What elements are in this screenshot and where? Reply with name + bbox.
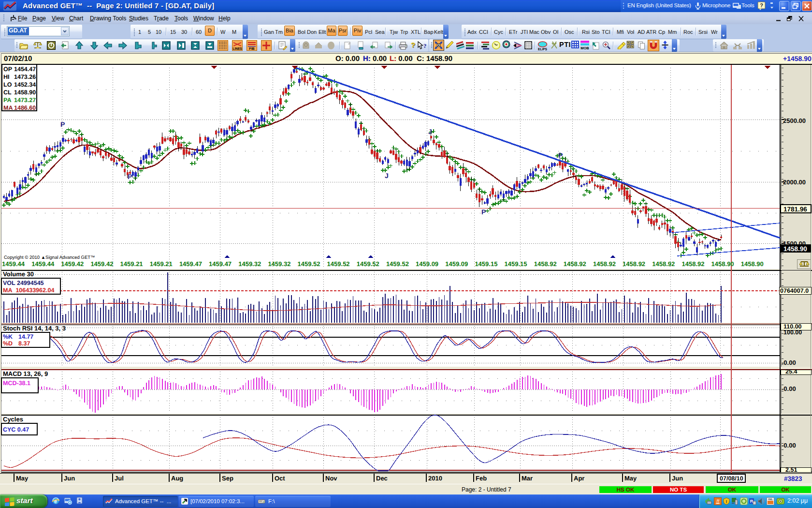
svg-text:07/08/10: 07/08/10 <box>720 475 743 482</box>
svg-text:Feb: Feb <box>476 475 487 482</box>
svg-text:1459.32: 1459.32 <box>238 260 261 268</box>
svg-text:1459.52: 1459.52 <box>327 260 350 268</box>
svg-text:1459.52: 1459.52 <box>298 260 320 268</box>
svg-text:ELiPS: ELiPS <box>538 47 547 51</box>
svg-text:LINES: LINES <box>232 47 242 50</box>
svg-text:MCD-38.1: MCD-38.1 <box>3 380 30 387</box>
svg-text:!: ! <box>726 499 727 504</box>
svg-text:2010: 2010 <box>428 475 442 482</box>
svg-text:1459.44: 1459.44 <box>2 260 25 268</box>
svg-text:1459.42: 1459.42 <box>90 260 113 268</box>
svg-text:1458.92: 1458.92 <box>652 260 675 268</box>
svg-text:P: P <box>481 208 486 216</box>
svg-text:1486.60: 1486.60 <box>14 105 36 111</box>
svg-text:%K: %K <box>3 333 13 340</box>
svg-text:-0.00: -0.00 <box>782 385 796 392</box>
svg-text:8.37: 8.37 <box>18 340 30 347</box>
svg-text:1459.15: 1459.15 <box>505 260 527 268</box>
svg-text:1459.21: 1459.21 <box>150 260 173 268</box>
svg-text:L:: L: <box>390 55 396 63</box>
svg-text:MOB: MOB <box>580 46 589 50</box>
svg-text:1459.47: 1459.47 <box>209 260 232 268</box>
svg-text:1459.42: 1459.42 <box>61 260 84 268</box>
svg-text:J: J <box>385 172 389 179</box>
svg-text:1459.52: 1459.52 <box>386 260 409 268</box>
svg-text:1459.47: 1459.47 <box>179 260 202 268</box>
svg-text:?: ? <box>760 2 763 8</box>
svg-text:Jun: Jun <box>64 475 75 482</box>
svg-text:1454.47: 1454.47 <box>14 66 36 73</box>
svg-text:Stoch RSI 14, 14, 3, 3: Stoch RSI 14, 14, 3, 3 <box>3 325 66 332</box>
svg-text:CYC 0.47: CYC 0.47 <box>3 426 29 433</box>
svg-text:1459.09: 1459.09 <box>445 260 468 268</box>
svg-text:P: P <box>558 151 563 159</box>
svg-text:XML: XML <box>768 498 773 501</box>
svg-text:1781.96: 1781.96 <box>783 206 807 213</box>
svg-text:MA: MA <box>3 105 13 111</box>
svg-text:1458.90: 1458.90 <box>741 260 764 268</box>
svg-text:-0.00: -0.00 <box>782 359 796 366</box>
svg-text:Apr: Apr <box>574 475 584 482</box>
svg-text:Sep: Sep <box>222 475 233 482</box>
svg-text:May: May <box>624 475 637 482</box>
svg-text:1459.09: 1459.09 <box>416 260 438 268</box>
svg-text:+1458.90: +1458.90 <box>783 55 812 62</box>
svg-text:100.00: 100.00 <box>783 329 802 336</box>
svg-text:Oct: Oct <box>275 475 285 482</box>
svg-text:1473.27: 1473.27 <box>14 97 36 104</box>
svg-text:1459.15: 1459.15 <box>475 260 497 268</box>
svg-text:%D: %D <box>3 340 13 347</box>
svg-text:e: e <box>54 498 57 504</box>
svg-text:LO: LO <box>3 81 12 88</box>
svg-text:J: J <box>428 128 432 135</box>
svg-text:07/02/10: 07/02/10 <box>4 55 32 63</box>
svg-text:Jul: Jul <box>115 475 124 482</box>
svg-text:1458.92: 1458.92 <box>593 260 616 268</box>
svg-text:1459.44: 1459.44 <box>31 260 55 268</box>
svg-text:1459.32: 1459.32 <box>268 260 290 268</box>
svg-text:VOL 24994545: VOL 24994545 <box>3 280 44 286</box>
svg-text:0764007.0: 0764007.0 <box>780 287 809 294</box>
svg-text:H:: H: <box>363 55 371 63</box>
svg-text:1458.90: 1458.90 <box>783 245 807 253</box>
svg-text:Cycles: Cycles <box>3 416 23 423</box>
svg-text:O: 0.00: O: 0.00 <box>335 55 360 63</box>
svg-text:OP: OP <box>3 66 12 73</box>
svg-text:?: ? <box>423 42 427 49</box>
svg-text:2500.00: 2500.00 <box>783 117 806 124</box>
svg-text:1452.34: 1452.34 <box>14 81 36 88</box>
svg-text:PA: PA <box>3 97 11 104</box>
svg-text:1458.92: 1458.92 <box>623 260 645 268</box>
svg-text:Jun: Jun <box>672 475 683 482</box>
svg-text:1459.52: 1459.52 <box>357 260 379 268</box>
svg-text:1458.90: 1458.90 <box>711 260 734 268</box>
svg-text:P: P <box>128 173 132 180</box>
svg-text:1459.21: 1459.21 <box>120 260 143 268</box>
svg-text:1458.90: 1458.90 <box>14 89 36 96</box>
svg-text:1458.92: 1458.92 <box>682 260 705 268</box>
svg-text:1458.92: 1458.92 <box>534 260 557 268</box>
svg-text:May: May <box>16 475 29 482</box>
svg-text:14.77: 14.77 <box>18 333 33 340</box>
svg-text:Mar: Mar <box>522 475 533 482</box>
svg-text:1473.26: 1473.26 <box>14 74 36 80</box>
svg-text:2000.00: 2000.00 <box>783 179 806 186</box>
svg-text:2.51: 2.51 <box>785 466 797 473</box>
svg-text:MACD 13, 26, 9: MACD 13, 26, 9 <box>3 370 48 377</box>
svg-text:Aug: Aug <box>171 475 183 482</box>
svg-text:#3823: #3823 <box>784 475 802 482</box>
svg-text:C: 1458.90: C: 1458.90 <box>417 55 452 63</box>
svg-text:CL: CL <box>3 89 12 96</box>
svg-text:1458.92: 1458.92 <box>564 260 586 268</box>
svg-text:Copyright © 2010 ▲Signal Advan: Copyright © 2010 ▲Signal Advanced GET™ <box>4 255 95 260</box>
svg-text:FIB: FIB <box>249 47 254 50</box>
svg-text:HI: HI <box>3 74 10 80</box>
svg-text:MA 106433962.04: MA 106433962.04 <box>3 287 54 294</box>
svg-text:Volume 30: Volume 30 <box>3 270 34 278</box>
svg-text:P: P <box>60 120 65 128</box>
svg-text:Dec: Dec <box>376 475 388 482</box>
svg-text:25.4: 25.4 <box>785 368 797 375</box>
svg-text:Nov: Nov <box>325 475 337 482</box>
svg-text:-0.00: -0.00 <box>782 442 796 449</box>
